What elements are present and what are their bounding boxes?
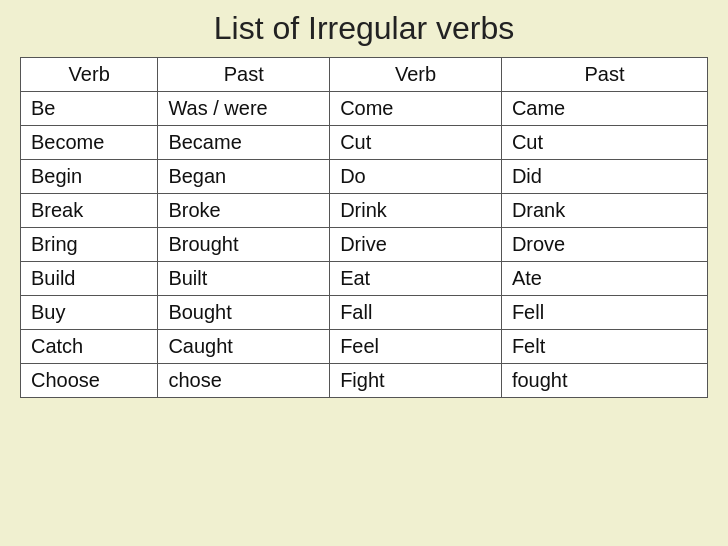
table-row: BecomeBecameCutCut xyxy=(21,126,708,160)
table-cell: Catch xyxy=(21,330,158,364)
table-row: CatchCaughtFeelFelt xyxy=(21,330,708,364)
table-cell: Feel xyxy=(330,330,502,364)
table-row: BringBroughtDriveDrove xyxy=(21,228,708,262)
table-row: BeWas / wereComeCame xyxy=(21,92,708,126)
table-cell: Be xyxy=(21,92,158,126)
table-cell: Fight xyxy=(330,364,502,398)
table-cell: Felt xyxy=(501,330,707,364)
table-cell: Bring xyxy=(21,228,158,262)
table-cell: Become xyxy=(21,126,158,160)
table-cell: Built xyxy=(158,262,330,296)
table-cell: Bought xyxy=(158,296,330,330)
table-cell: Break xyxy=(21,194,158,228)
table-cell: Drive xyxy=(330,228,502,262)
table-row: BreakBrokeDrinkDrank xyxy=(21,194,708,228)
column-header-3: Past xyxy=(501,58,707,92)
table-cell: Became xyxy=(158,126,330,160)
table-row: BeginBeganDoDid xyxy=(21,160,708,194)
table-cell: Eat xyxy=(330,262,502,296)
table-cell: fought xyxy=(501,364,707,398)
table-cell: Ate xyxy=(501,262,707,296)
table-cell: Drank xyxy=(501,194,707,228)
column-header-0: Verb xyxy=(21,58,158,92)
page-title: List of Irregular verbs xyxy=(214,10,515,47)
table-cell: Fell xyxy=(501,296,707,330)
table-cell: Choose xyxy=(21,364,158,398)
table-cell: Buy xyxy=(21,296,158,330)
table-cell: chose xyxy=(158,364,330,398)
table-cell: Build xyxy=(21,262,158,296)
table-cell: Broke xyxy=(158,194,330,228)
table-cell: Begin xyxy=(21,160,158,194)
table-row: BuyBoughtFallFell xyxy=(21,296,708,330)
table-cell: Drink xyxy=(330,194,502,228)
irregular-verbs-table: VerbPastVerbPast BeWas / wereComeCameBec… xyxy=(20,57,708,398)
table-cell: Do xyxy=(330,160,502,194)
table-cell: Caught xyxy=(158,330,330,364)
table-cell: Cut xyxy=(501,126,707,160)
column-header-2: Verb xyxy=(330,58,502,92)
table-row: BuildBuiltEatAte xyxy=(21,262,708,296)
table-cell: Did xyxy=(501,160,707,194)
table-header-row: VerbPastVerbPast xyxy=(21,58,708,92)
table-cell: Cut xyxy=(330,126,502,160)
table-cell: Fall xyxy=(330,296,502,330)
table-cell: Was / were xyxy=(158,92,330,126)
table-row: ChoosechoseFightfought xyxy=(21,364,708,398)
table-cell: Came xyxy=(501,92,707,126)
column-header-1: Past xyxy=(158,58,330,92)
table-cell: Brought xyxy=(158,228,330,262)
table-cell: Come xyxy=(330,92,502,126)
table-cell: Drove xyxy=(501,228,707,262)
table-cell: Began xyxy=(158,160,330,194)
